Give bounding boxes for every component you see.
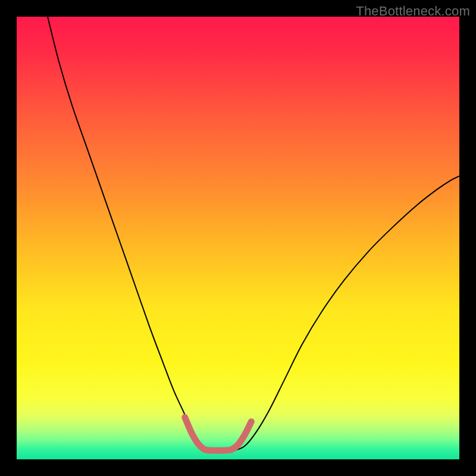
bottleneck-chart bbox=[0, 0, 476, 476]
chart-frame: TheBottleneck.com bbox=[0, 0, 476, 476]
watermark-text: TheBottleneck.com bbox=[356, 4, 470, 19]
plot-background bbox=[17, 17, 459, 459]
